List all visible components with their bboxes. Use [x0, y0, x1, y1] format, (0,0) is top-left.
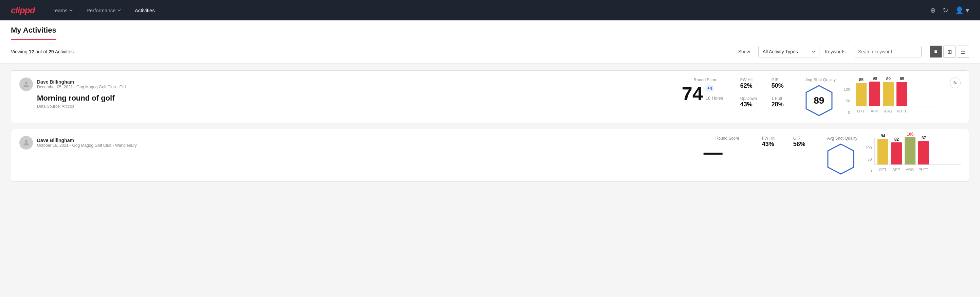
search-input[interactable]	[854, 46, 921, 57]
activity-card: Dave Billingham October 16, 2021 - Gog M…	[11, 129, 969, 182]
user-name: Dave Billingham	[37, 79, 126, 85]
stat-1putt: 1 Putt 28%	[772, 96, 795, 108]
round-score-value: —	[703, 143, 722, 162]
card-left: Dave Billingham October 16, 2021 - Gog M…	[19, 136, 693, 152]
bar-ott	[856, 83, 867, 106]
view-grid-button[interactable]: ⊞	[943, 46, 956, 58]
bar-group-ott: 94	[877, 134, 888, 164]
bar-chart: 100 50 0 94 82	[865, 137, 961, 173]
score-badge: +4	[706, 85, 714, 91]
filter-bar: Viewing 12 out of 29 Activities Show: Al…	[0, 40, 980, 64]
card-left: Dave Billingham December 05, 2021 - Gog …	[19, 77, 671, 109]
svg-point-2	[25, 140, 27, 143]
bar-group-app: 90	[869, 76, 880, 106]
activity-type-select[interactable]: All Activity Types	[758, 46, 819, 57]
bar-arg	[905, 137, 915, 164]
bar-group-arg: 89	[883, 77, 894, 106]
bar-group-putt: 87	[918, 136, 929, 164]
bar-arg	[883, 82, 894, 106]
bar-putt	[896, 82, 907, 106]
user-row: Dave Billingham October 16, 2021 - Gog M…	[19, 136, 693, 150]
bar-ott	[877, 139, 888, 164]
chart-y-axis: 100 50 0	[844, 87, 851, 115]
user-info: Dave Billingham October 16, 2021 - Gog M…	[37, 137, 137, 148]
holes-label: 18 Holes	[706, 96, 723, 101]
bar-app	[891, 142, 902, 164]
bar-chart: 100 50 0 85 90	[844, 79, 939, 115]
bar-label-arg-value: 106	[907, 132, 913, 137]
bar-label-app-value: 82	[894, 137, 899, 142]
bar-label-arg-value: 89	[886, 77, 891, 81]
avg-shot-quality-section: Avg Shot Quality 89 100 50 0	[805, 77, 939, 116]
hexagon	[827, 144, 854, 175]
bar-label-ott-value: 85	[859, 77, 864, 82]
bar-group-app: 82	[891, 137, 902, 164]
avatar	[19, 136, 33, 150]
hexagon: 89	[805, 85, 833, 116]
round-score-section: Round Score 74 +4 18 Holes	[682, 77, 729, 103]
stat-updown: Up/Down 43%	[740, 96, 764, 108]
round-score-section: Round Score —	[703, 136, 751, 162]
stats-section: FW Hit 62% GIR 50% Up/Down 43% 1 Putt 28…	[740, 77, 795, 112]
hex-score: 89	[814, 95, 824, 106]
navigation: clippd Teams Performance Activities ⊕ ↻ …	[0, 0, 980, 21]
stats-section: FW Hit 43% GIR 56%	[762, 136, 816, 152]
round-score-value: 74	[682, 84, 703, 103]
bar-label-ott-value: 94	[881, 134, 885, 138]
bar-label-arg: ARG	[904, 168, 915, 172]
bar-label-app-value: 90	[873, 76, 877, 81]
edit-button[interactable]: ✎	[950, 77, 961, 88]
bar-label-putt: PUTT	[896, 109, 907, 113]
view-list-compact-button[interactable]: ≡	[930, 46, 942, 58]
nav-activities[interactable]: Activities	[134, 8, 156, 13]
bar-group-putt: 89	[896, 77, 907, 106]
bar-label-arg: ARG	[883, 109, 893, 113]
round-score-label: Round Score	[682, 77, 729, 82]
keywords-label: Keywords:	[825, 49, 847, 54]
view-list-detail-button[interactable]: ☰	[957, 46, 969, 58]
bar-label-putt-value: 87	[921, 136, 926, 141]
chart-y-axis: 100 50 0	[865, 146, 873, 173]
stat-fw-hit: FW Hit 43%	[762, 136, 785, 148]
user-date: October 16, 2021 - Gog Magog Golf Club -…	[37, 143, 137, 148]
page-header: My Activities	[0, 21, 980, 40]
page-title: My Activities	[11, 26, 56, 40]
avg-shot-quality-section: Avg Shot Quality 100 50 0	[827, 136, 961, 175]
bar-app	[869, 81, 880, 106]
data-source: Data Source: Arccos	[37, 104, 671, 109]
bar-label-app: APP	[891, 168, 902, 172]
svg-marker-3	[828, 144, 854, 174]
bar-label-ott: OTT	[855, 109, 866, 113]
user-row: Dave Billingham December 05, 2021 - Gog …	[19, 77, 671, 91]
avatar	[19, 77, 33, 91]
user-info: Dave Billingham December 05, 2021 - Gog …	[37, 79, 126, 89]
viewing-count-text: Viewing 12 out of 29 Activities	[11, 49, 74, 54]
stat-gir: GIR 56%	[793, 136, 816, 148]
add-icon[interactable]: ⊕	[930, 6, 936, 14]
nav-teams[interactable]: Teams	[51, 8, 74, 13]
bar-putt	[918, 141, 929, 164]
avg-shot-quality-label: Avg Shot Quality	[805, 77, 836, 82]
nav-performance[interactable]: Performance	[85, 8, 123, 13]
activity-card: Dave Billingham December 05, 2021 - Gog …	[11, 70, 969, 123]
user-menu-icon[interactable]: 👤 ▾	[955, 6, 969, 14]
stat-gir: GIR 50%	[772, 77, 795, 89]
bar-group-ott: 85	[856, 77, 867, 106]
bar-label-ott: OTT	[877, 168, 888, 172]
activity-title: Morning round of golf	[37, 94, 671, 103]
bar-label-putt-value: 89	[900, 77, 904, 81]
bar-label-app: APP	[869, 109, 880, 113]
bar-label-putt: PUTT	[918, 168, 929, 172]
user-name: Dave Billingham	[37, 137, 137, 143]
stat-fw-hit: FW Hit 62%	[740, 77, 764, 89]
svg-point-0	[25, 81, 27, 84]
round-score-label: Round Score	[703, 136, 751, 141]
show-label: Show:	[738, 49, 751, 54]
view-toggles: ≡ ⊞ ☰	[930, 46, 969, 58]
refresh-icon[interactable]: ↻	[943, 6, 948, 14]
activities-list: Dave Billingham December 05, 2021 - Gog …	[0, 64, 980, 188]
logo[interactable]: clippd	[11, 5, 35, 16]
user-date: December 05, 2021 - Gog Magog Golf Club …	[37, 85, 126, 89]
bar-group-arg: 106	[905, 132, 915, 164]
avg-shot-quality-label: Avg Shot Quality	[827, 136, 858, 141]
